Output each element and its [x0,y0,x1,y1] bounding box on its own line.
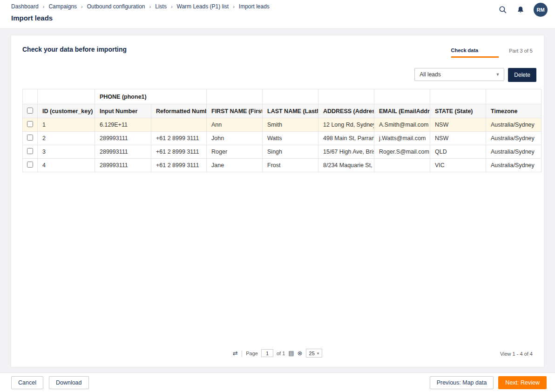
leads-table: PHONE (phone1) ID (customer_key) Input N… [22,89,541,172]
breadcrumb-item-campaigns[interactable]: Campaigns [48,3,77,10]
breadcrumb-item-import-leads: Import leads [239,3,270,10]
breadcrumb-separator-icon: › [171,4,173,9]
panel-heading: Check your data before importing [22,46,127,58]
page-number-input[interactable] [261,349,273,357]
breadcrumb: Dashboard › Campaigns › Outbound configu… [11,3,544,10]
breadcrumb-item-warm-leads-list[interactable]: Warm Leads (P1) list [177,3,229,10]
grid-controls: All leads ▼ Delete [11,58,544,89]
column-header-address: ADDRESS (Address) [318,104,374,118]
step-indicator: Part 3 of 5 [509,48,533,58]
search-icon[interactable] [498,5,508,14]
page-of-label: of 1 [277,351,285,356]
pager-divider: | [241,350,243,357]
chevron-down-icon: ▾ [317,351,319,356]
next-review-button[interactable]: Next: Review [498,376,547,389]
panel-head: Check your data before importing Check d… [11,35,544,58]
breadcrumb-separator-icon: › [233,4,235,9]
column-header-first-name: FIRST NAME (FirstName) [207,104,263,118]
column-header-id: ID (customer_key) [38,104,95,118]
column-header-last-name: LAST NAME (LastName) [263,104,318,118]
top-actions: RM [498,3,548,17]
import-check-panel: Check your data before importing Check d… [11,35,544,367]
breadcrumb-separator-icon: › [149,4,151,9]
leads-filter-value: All leads [420,71,440,78]
column-header-input-number: Input Number [95,104,151,118]
page-size-value: 25 [309,351,315,356]
row-checkbox[interactable] [27,135,33,141]
cancel-button[interactable]: Cancel [11,376,43,389]
tab-check-data[interactable]: Check data [451,47,499,58]
table-view-icon[interactable]: ▤ [288,350,294,356]
column-header-state: STATE (State) [430,104,486,118]
column-group-header-row: PHONE (phone1) [23,89,541,104]
tab-strip: Check data Part 3 of 5 [451,47,533,58]
view-range-label: View 1 - 4 of 4 [500,351,533,357]
previous-map-data-button[interactable]: Previous: Map data [430,376,494,389]
breadcrumb-item-dashboard[interactable]: Dashboard [11,3,39,10]
select-all-checkbox[interactable] [27,108,33,114]
app-root: Dashboard › Campaigns › Outbound configu… [0,0,555,392]
page-size-select[interactable]: 25 ▾ [306,349,323,358]
page-label: Page [246,351,258,356]
leads-filter-dropdown[interactable]: All leads ▼ [414,68,504,81]
top-bar: Dashboard › Campaigns › Outbound configu… [0,0,555,28]
column-header-reformatted-number: Reformatted Number [151,104,207,118]
footer-bar: Cancel Download Previous: Map data Next:… [0,372,555,392]
breadcrumb-separator-icon: › [43,4,45,9]
page-title: Import leads [11,14,544,22]
row-checkbox[interactable] [27,121,33,127]
breadcrumb-separator-icon: › [81,4,83,9]
chevron-down-icon: ▼ [495,72,500,77]
pagination-bar: ⇄ | Page of 1 ▤ ⊗ 25 ▾ [11,349,544,358]
table-row: 1 6.129E+11 Ann Smith 12 Long Rd, Sydney… [23,118,541,132]
delete-button[interactable]: Delete [508,68,536,82]
notifications-bell-icon[interactable] [516,5,525,14]
data-grid-wrap: PHONE (phone1) ID (customer_key) Input N… [11,89,544,172]
table-row: 4 289993111 +61 2 8999 3111 Jane Frost 8… [23,159,541,172]
row-checkbox[interactable] [27,148,33,154]
footer-right-actions: Previous: Map data Next: Review [430,376,547,389]
table-row: 3 289993111 +61 2 8999 3111 Roger Singh … [23,145,541,159]
column-header-timezone: Timezone [486,104,541,118]
user-avatar[interactable]: RM [534,3,548,17]
pager-columns-icon[interactable]: ⇄ [233,350,238,356]
column-header-email: EMAIL (EmailAddress) [374,104,430,118]
breadcrumb-item-lists[interactable]: Lists [155,3,167,10]
column-header-row: ID (customer_key) Input Number Reformatt… [23,104,541,118]
phone-group-header: PHONE (phone1) [95,89,207,104]
breadcrumb-item-outbound-configuration[interactable]: Outbound configuration [87,3,145,10]
reset-icon[interactable]: ⊗ [298,350,303,356]
table-row: 2 289993111 +61 2 8999 3111 John Watts 4… [23,132,541,145]
row-checkbox[interactable] [27,162,33,168]
download-button[interactable]: Download [49,376,89,389]
